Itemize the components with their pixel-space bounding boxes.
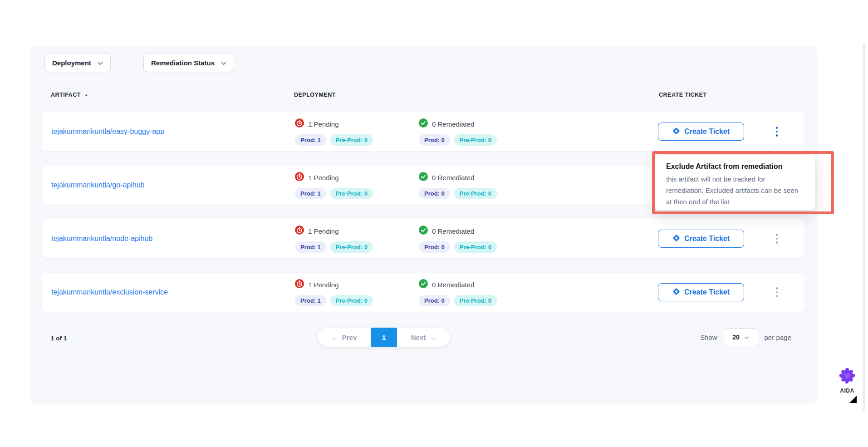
pending-count-label: 1 Pending [308, 174, 339, 182]
create-ticket-label: Create Ticket [684, 288, 730, 296]
prev-label: Prev [342, 334, 357, 341]
create-ticket-button[interactable]: Create Ticket [658, 123, 744, 141]
deployment-filter-label: Deployment [52, 59, 91, 67]
artifact-link[interactable]: tejakummarikuntla/easy-buggy-app [51, 112, 164, 151]
aida-widget[interactable]: AIDA [834, 367, 860, 394]
remediated-count-label: 0 Remediated [432, 120, 474, 128]
preprod-badge: Pre-Prod: 0 [330, 295, 373, 306]
row-actions-kebab-menu[interactable] [767, 282, 787, 302]
arrow-right-icon: → [429, 334, 436, 341]
remediation-status-filter-dropdown[interactable]: Remediation Status [143, 54, 234, 72]
pager: ← Prev 1 Next → [318, 328, 450, 347]
table-row: tejakummarikuntla/exclusion-service 1 Pe… [42, 273, 804, 312]
remediated-check-icon [419, 226, 428, 236]
arrow-left-icon: ← [332, 334, 338, 341]
pending-timer-icon [295, 226, 304, 236]
artifact-link[interactable]: tejakummarikuntla/go-apihub [51, 166, 144, 205]
menu-item-description: this artifact will not be tracked for re… [666, 173, 804, 207]
preprod-badge: Pre-Prod: 0 [330, 188, 373, 199]
artifact-link[interactable]: tejakummarikuntla/exclusion-service [51, 273, 168, 312]
chevron-down-icon [98, 59, 103, 67]
pending-count-label: 1 Pending [308, 120, 339, 128]
chevron-down-icon [221, 59, 226, 67]
artifact-link[interactable]: tejakummarikuntla/node-apihub [51, 219, 152, 258]
page-size-control: Show 20 per page [700, 328, 791, 347]
per-page-label: per page [765, 334, 791, 341]
page: Deployment Remediation Status ARTIFACT ▲… [0, 0, 868, 447]
sort-ascending-icon: ▲ [84, 93, 88, 97]
prod-badge: Prod: 1 [295, 188, 326, 199]
pending-count-label: 1 Pending [308, 227, 339, 235]
chevron-down-icon [744, 333, 749, 341]
prev-page-button[interactable]: ← Prev [318, 328, 371, 347]
page-size-dropdown[interactable]: 20 [724, 328, 758, 346]
table-row: tejakummarikuntla/easy-buggy-app 1 Pendi… [42, 112, 804, 151]
jira-diamond-icon [672, 234, 680, 244]
preprod-badge: Pre-Prod: 0 [454, 134, 497, 146]
exclude-artifact-menu-item[interactable]: Exclude Artifact from remediation this a… [655, 155, 815, 210]
jira-diamond-icon [672, 288, 680, 297]
pending-count-label: 1 Pending [308, 281, 339, 289]
create-ticket-button[interactable]: Create Ticket [658, 283, 744, 301]
pending-timer-icon [295, 118, 304, 129]
remediated-count-label: 0 Remediated [432, 174, 474, 182]
pending-timer-icon [295, 279, 304, 290]
preprod-badge: Pre-Prod: 0 [454, 188, 497, 199]
remediated-check-icon [419, 172, 428, 183]
row-actions-kebab-menu[interactable] [767, 122, 787, 142]
jira-diamond-icon [672, 127, 680, 137]
remediated-count-label: 0 Remediated [432, 281, 474, 289]
preprod-badge: Pre-Prod: 0 [454, 241, 497, 253]
preprod-badge: Pre-Prod: 0 [454, 295, 497, 306]
show-label: Show [700, 334, 717, 341]
prod-badge: Prod: 0 [419, 295, 450, 306]
aida-label: AIDA [834, 388, 860, 394]
create-ticket-button[interactable]: Create Ticket [658, 230, 744, 248]
column-header-create-ticket: CREATE TICKET [659, 92, 707, 98]
page-summary: 1 of 1 [51, 335, 67, 342]
next-label: Next [411, 334, 426, 341]
current-page-button[interactable]: 1 [371, 328, 397, 347]
preprod-badge: Pre-Prod: 0 [330, 134, 373, 146]
row-actions-kebab-menu[interactable] [767, 229, 787, 249]
prod-badge: Prod: 0 [419, 134, 450, 146]
prod-badge: Prod: 1 [295, 241, 326, 253]
deployment-filter-dropdown[interactable]: Deployment [44, 54, 111, 72]
prod-badge: Prod: 1 [295, 295, 326, 306]
remediated-check-icon [419, 118, 428, 129]
pending-timer-icon [295, 172, 304, 183]
artifacts-panel: Deployment Remediation Status ARTIFACT ▲… [31, 45, 817, 404]
prod-badge: Prod: 1 [295, 134, 326, 146]
remediated-check-icon [419, 279, 428, 290]
create-ticket-label: Create Ticket [684, 235, 730, 243]
create-ticket-label: Create Ticket [684, 128, 730, 136]
prod-badge: Prod: 0 [419, 188, 450, 199]
preprod-badge: Pre-Prod: 0 [330, 241, 373, 253]
page-size-value: 20 [732, 334, 740, 341]
column-header-artifact[interactable]: ARTIFACT ▲ [51, 92, 88, 98]
vertical-scrollbar[interactable] [863, 43, 865, 411]
remediation-status-filter-label: Remediation Status [151, 59, 215, 67]
column-header-deployment: DEPLOYMENT [294, 92, 336, 98]
resize-handle-icon[interactable] [849, 396, 857, 403]
artifact-header-label: ARTIFACT [51, 92, 81, 98]
remediated-count-label: 0 Remediated [432, 227, 474, 235]
aida-flower-icon [838, 378, 856, 386]
prod-badge: Prod: 0 [419, 241, 450, 253]
next-page-button[interactable]: Next → [397, 328, 450, 347]
table-row: tejakummarikuntla/node-apihub 1 Pending … [42, 219, 804, 258]
menu-item-title: Exclude Artifact from remediation [666, 162, 804, 171]
